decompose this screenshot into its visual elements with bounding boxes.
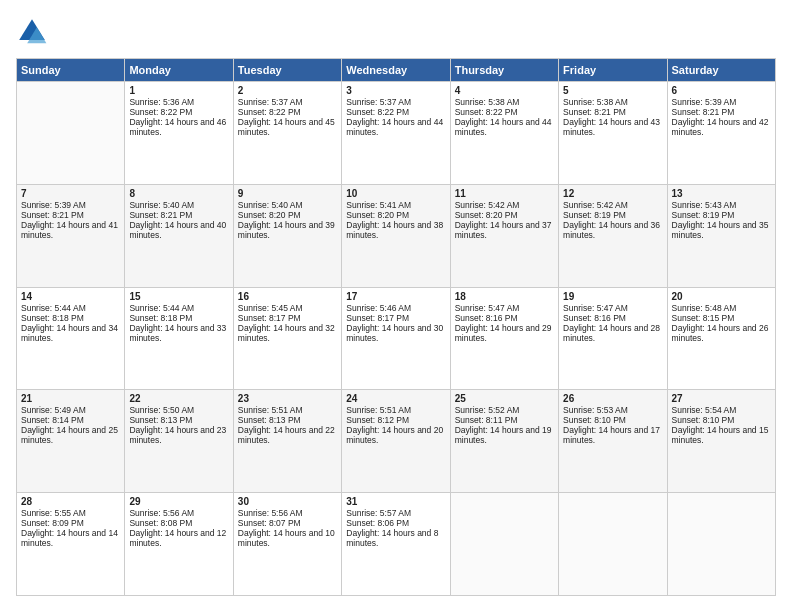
sunset-text: Sunset: 8:20 PM [455, 210, 554, 220]
daylight-text: Daylight: 14 hours and 36 minutes. [563, 220, 662, 240]
day-number: 19 [563, 291, 662, 302]
day-number: 20 [672, 291, 771, 302]
sunrise-text: Sunrise: 5:42 AM [563, 200, 662, 210]
sunrise-text: Sunrise: 5:38 AM [455, 97, 554, 107]
day-number: 22 [129, 393, 228, 404]
calendar-cell: 16Sunrise: 5:45 AMSunset: 8:17 PMDayligh… [233, 287, 341, 390]
day-number: 6 [672, 85, 771, 96]
daylight-text: Daylight: 14 hours and 44 minutes. [455, 117, 554, 137]
sunrise-text: Sunrise: 5:39 AM [21, 200, 120, 210]
calendar-cell: 30Sunrise: 5:56 AMSunset: 8:07 PMDayligh… [233, 493, 341, 596]
sunset-text: Sunset: 8:18 PM [21, 313, 120, 323]
calendar-cell: 4Sunrise: 5:38 AMSunset: 8:22 PMDaylight… [450, 82, 558, 185]
sunset-text: Sunset: 8:06 PM [346, 518, 445, 528]
calendar-cell: 20Sunrise: 5:48 AMSunset: 8:15 PMDayligh… [667, 287, 775, 390]
day-header-tuesday: Tuesday [233, 59, 341, 82]
day-number: 17 [346, 291, 445, 302]
sunset-text: Sunset: 8:13 PM [129, 415, 228, 425]
sunrise-text: Sunrise: 5:47 AM [455, 303, 554, 313]
daylight-text: Daylight: 14 hours and 15 minutes. [672, 425, 771, 445]
calendar-week-row: 1Sunrise: 5:36 AMSunset: 8:22 PMDaylight… [17, 82, 776, 185]
logo-icon [16, 16, 48, 48]
calendar-cell: 11Sunrise: 5:42 AMSunset: 8:20 PMDayligh… [450, 184, 558, 287]
sunrise-text: Sunrise: 5:48 AM [672, 303, 771, 313]
logo [16, 16, 52, 48]
daylight-text: Daylight: 14 hours and 35 minutes. [672, 220, 771, 240]
day-number: 15 [129, 291, 228, 302]
day-number: 28 [21, 496, 120, 507]
header [16, 16, 776, 48]
sunrise-text: Sunrise: 5:55 AM [21, 508, 120, 518]
sunset-text: Sunset: 8:13 PM [238, 415, 337, 425]
calendar-cell: 7Sunrise: 5:39 AMSunset: 8:21 PMDaylight… [17, 184, 125, 287]
sunset-text: Sunset: 8:20 PM [346, 210, 445, 220]
sunrise-text: Sunrise: 5:36 AM [129, 97, 228, 107]
calendar-cell [559, 493, 667, 596]
calendar-cell: 8Sunrise: 5:40 AMSunset: 8:21 PMDaylight… [125, 184, 233, 287]
sunset-text: Sunset: 8:11 PM [455, 415, 554, 425]
calendar-cell: 1Sunrise: 5:36 AMSunset: 8:22 PMDaylight… [125, 82, 233, 185]
daylight-text: Daylight: 14 hours and 32 minutes. [238, 323, 337, 343]
sunrise-text: Sunrise: 5:41 AM [346, 200, 445, 210]
day-header-thursday: Thursday [450, 59, 558, 82]
sunset-text: Sunset: 8:21 PM [129, 210, 228, 220]
sunrise-text: Sunrise: 5:39 AM [672, 97, 771, 107]
day-number: 31 [346, 496, 445, 507]
day-number: 30 [238, 496, 337, 507]
sunset-text: Sunset: 8:16 PM [563, 313, 662, 323]
sunset-text: Sunset: 8:12 PM [346, 415, 445, 425]
calendar-cell: 28Sunrise: 5:55 AMSunset: 8:09 PMDayligh… [17, 493, 125, 596]
sunset-text: Sunset: 8:10 PM [563, 415, 662, 425]
sunset-text: Sunset: 8:10 PM [672, 415, 771, 425]
calendar-header-row: SundayMondayTuesdayWednesdayThursdayFrid… [17, 59, 776, 82]
daylight-text: Daylight: 14 hours and 30 minutes. [346, 323, 445, 343]
day-number: 25 [455, 393, 554, 404]
calendar-cell: 2Sunrise: 5:37 AMSunset: 8:22 PMDaylight… [233, 82, 341, 185]
day-header-wednesday: Wednesday [342, 59, 450, 82]
day-header-saturday: Saturday [667, 59, 775, 82]
sunset-text: Sunset: 8:21 PM [672, 107, 771, 117]
calendar-cell: 19Sunrise: 5:47 AMSunset: 8:16 PMDayligh… [559, 287, 667, 390]
day-number: 24 [346, 393, 445, 404]
day-number: 10 [346, 188, 445, 199]
sunset-text: Sunset: 8:07 PM [238, 518, 337, 528]
day-number: 3 [346, 85, 445, 96]
daylight-text: Daylight: 14 hours and 8 minutes. [346, 528, 445, 548]
calendar-cell [450, 493, 558, 596]
daylight-text: Daylight: 14 hours and 26 minutes. [672, 323, 771, 343]
sunrise-text: Sunrise: 5:40 AM [129, 200, 228, 210]
sunrise-text: Sunrise: 5:47 AM [563, 303, 662, 313]
daylight-text: Daylight: 14 hours and 19 minutes. [455, 425, 554, 445]
sunset-text: Sunset: 8:20 PM [238, 210, 337, 220]
calendar-week-row: 7Sunrise: 5:39 AMSunset: 8:21 PMDaylight… [17, 184, 776, 287]
sunset-text: Sunset: 8:22 PM [346, 107, 445, 117]
daylight-text: Daylight: 14 hours and 14 minutes. [21, 528, 120, 548]
daylight-text: Daylight: 14 hours and 12 minutes. [129, 528, 228, 548]
sunrise-text: Sunrise: 5:37 AM [346, 97, 445, 107]
sunrise-text: Sunrise: 5:57 AM [346, 508, 445, 518]
daylight-text: Daylight: 14 hours and 44 minutes. [346, 117, 445, 137]
day-number: 2 [238, 85, 337, 96]
calendar-cell: 24Sunrise: 5:51 AMSunset: 8:12 PMDayligh… [342, 390, 450, 493]
daylight-text: Daylight: 14 hours and 34 minutes. [21, 323, 120, 343]
daylight-text: Daylight: 14 hours and 28 minutes. [563, 323, 662, 343]
sunset-text: Sunset: 8:14 PM [21, 415, 120, 425]
daylight-text: Daylight: 14 hours and 22 minutes. [238, 425, 337, 445]
sunset-text: Sunset: 8:19 PM [672, 210, 771, 220]
calendar-cell: 5Sunrise: 5:38 AMSunset: 8:21 PMDaylight… [559, 82, 667, 185]
day-number: 11 [455, 188, 554, 199]
sunrise-text: Sunrise: 5:51 AM [346, 405, 445, 415]
sunset-text: Sunset: 8:09 PM [21, 518, 120, 528]
calendar-cell: 15Sunrise: 5:44 AMSunset: 8:18 PMDayligh… [125, 287, 233, 390]
calendar-cell: 10Sunrise: 5:41 AMSunset: 8:20 PMDayligh… [342, 184, 450, 287]
calendar-cell: 22Sunrise: 5:50 AMSunset: 8:13 PMDayligh… [125, 390, 233, 493]
daylight-text: Daylight: 14 hours and 20 minutes. [346, 425, 445, 445]
calendar-cell: 29Sunrise: 5:56 AMSunset: 8:08 PMDayligh… [125, 493, 233, 596]
daylight-text: Daylight: 14 hours and 41 minutes. [21, 220, 120, 240]
calendar-cell: 17Sunrise: 5:46 AMSunset: 8:17 PMDayligh… [342, 287, 450, 390]
day-number: 18 [455, 291, 554, 302]
sunrise-text: Sunrise: 5:45 AM [238, 303, 337, 313]
sunset-text: Sunset: 8:22 PM [129, 107, 228, 117]
daylight-text: Daylight: 14 hours and 29 minutes. [455, 323, 554, 343]
calendar-cell: 6Sunrise: 5:39 AMSunset: 8:21 PMDaylight… [667, 82, 775, 185]
